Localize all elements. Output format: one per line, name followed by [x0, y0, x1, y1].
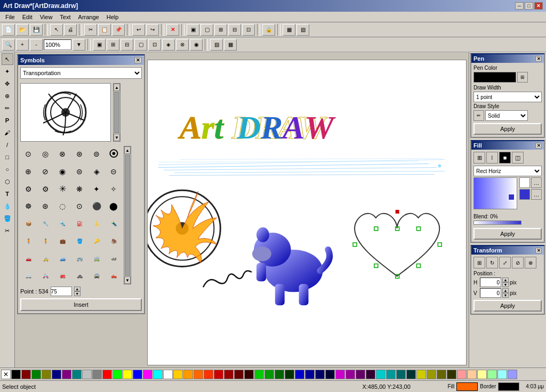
extra2[interactable]: ▧ — [296, 24, 309, 36]
fill-more-btn2[interactable]: … — [531, 189, 542, 200]
menu-item-view[interactable]: View — [37, 13, 56, 21]
color-cell-22[interactable] — [234, 370, 244, 379]
grid-scrollbar[interactable]: ▲ ▼ — [124, 146, 131, 284]
sym-item[interactable]: ⊘ — [37, 164, 53, 179]
h-down[interactable]: ▼ — [502, 282, 509, 287]
tb2-btn5[interactable]: ⊡ — [148, 39, 161, 51]
sym-item[interactable]: ◌ — [54, 198, 70, 214]
rotate-button[interactable]: ⊡ — [242, 24, 255, 36]
maximize-button[interactable]: □ — [525, 2, 533, 10]
color-cell-7[interactable] — [82, 370, 92, 379]
menu-item-arrange[interactable]: Arrange — [75, 13, 102, 21]
brush-tool[interactable]: 🖌 — [2, 127, 13, 138]
menu-item-edit[interactable]: Edit — [19, 13, 36, 21]
sym-item[interactable]: 📦 — [20, 216, 36, 232]
color-cell-28[interactable] — [295, 370, 304, 379]
color-cell-9[interactable] — [102, 370, 112, 379]
symbols-header[interactable]: Symbols ✕ — [18, 55, 144, 65]
scroll-down2[interactable]: ▼ — [124, 276, 131, 284]
color-cell-41[interactable] — [427, 370, 436, 379]
color-cell-4[interactable] — [52, 370, 61, 379]
select-tool[interactable]: ↖ — [50, 24, 63, 36]
sym-item[interactable]: 🪝 — [89, 216, 105, 232]
menu-item-help[interactable]: Help — [103, 13, 122, 21]
transform-rotate[interactable]: ↻ — [486, 257, 498, 268]
sym-item[interactable]: 🚑 — [37, 268, 53, 284]
color-cell-1[interactable] — [21, 370, 31, 379]
paste-button[interactable]: 📌 — [112, 24, 125, 36]
scissors-tool[interactable]: ✂ — [2, 225, 13, 236]
fill-type-select[interactable]: Rect Horiz — [473, 166, 542, 176]
scroll-down[interactable]: ▼ — [114, 134, 120, 141]
sym-item[interactable]: ⊝ — [106, 164, 122, 179]
scroll-thumb2[interactable] — [125, 154, 130, 276]
color-cell-44[interactable] — [457, 370, 467, 379]
cut-button[interactable]: ✂ — [84, 24, 97, 36]
color-cell-35[interactable] — [366, 370, 375, 379]
transform-skew[interactable]: ⊘ — [512, 257, 524, 268]
tb2-btn2[interactable]: ⊞ — [107, 39, 119, 51]
sym-item[interactable]: ⊙ — [20, 146, 36, 162]
color-cell-39[interactable] — [406, 370, 416, 379]
tb2-btn8[interactable]: ◉ — [190, 39, 203, 51]
copy-button[interactable]: 📋 — [98, 24, 111, 36]
color-none[interactable]: ✕ — [1, 370, 11, 379]
v-up[interactable]: ▲ — [502, 288, 509, 293]
color-cell-46[interactable] — [477, 370, 487, 379]
sym-item[interactable]: 🔧 — [37, 216, 53, 232]
pen-color-swatch[interactable] — [473, 72, 516, 83]
pan-tool[interactable]: ✥ — [2, 78, 13, 89]
sym-item[interactable]: 🚌 — [71, 251, 87, 267]
node-tool[interactable]: ✦ — [2, 66, 13, 77]
fill-apply-button[interactable]: Apply — [473, 228, 542, 240]
sym-item[interactable]: 🧍 — [20, 233, 36, 249]
ellipse-tool[interactable]: ○ — [2, 164, 13, 175]
color-cell-29[interactable] — [305, 370, 315, 379]
sym-item[interactable]: 🚗 — [20, 251, 36, 267]
color-cell-10[interactable] — [113, 370, 122, 379]
sym-item[interactable]: ⊙ — [71, 198, 87, 214]
pen-color-grid-btn[interactable]: ⊞ — [517, 72, 528, 83]
tb2-btn4[interactable]: ▢ — [134, 39, 147, 51]
sym-item[interactable]: ⊚ — [89, 146, 105, 162]
align-button[interactable]: ⊞ — [214, 24, 227, 36]
group-button[interactable]: ▣ — [187, 24, 199, 36]
symbols-close-button[interactable]: ✕ — [134, 57, 142, 63]
fill-gradient-dot[interactable] — [508, 194, 515, 200]
sym-item[interactable]: 🚔 — [89, 268, 105, 284]
v-value-input[interactable]: 0 — [480, 288, 501, 298]
color-cell-18[interactable] — [194, 370, 203, 379]
sym-item[interactable]: 🏎 — [106, 251, 122, 267]
color-cell-16[interactable] — [173, 370, 183, 379]
color-cell-6[interactable] — [72, 370, 82, 379]
sym-item[interactable]: ✦ — [89, 181, 105, 197]
sym-item[interactable]: ⬤ — [106, 198, 122, 214]
color-cell-12[interactable] — [133, 370, 142, 379]
color-cell-13[interactable] — [143, 370, 152, 379]
sym-item[interactable]: ⛽ — [71, 216, 87, 232]
sym-item[interactable]: ◈ — [89, 164, 105, 179]
draw-style-select[interactable]: Solid — [485, 110, 528, 121]
zoom-input[interactable]: 100% — [44, 39, 71, 50]
delete-button[interactable]: ✕ — [166, 24, 179, 36]
sym-item[interactable]: ◉ — [54, 164, 70, 179]
menu-item-file[interactable]: File — [2, 13, 18, 21]
sym-item[interactable]: ⊛ — [71, 146, 87, 162]
sym-item[interactable]: ⚙ — [20, 181, 36, 197]
sym-item[interactable]: 🔦 — [106, 216, 122, 232]
color-cell-48[interactable] — [497, 370, 507, 379]
color-cell-24[interactable] — [254, 370, 264, 379]
flip-button[interactable]: ⊟ — [228, 24, 241, 36]
tb2-btn7[interactable]: ⊗ — [176, 39, 189, 51]
zoom-in-btn[interactable]: + — [16, 39, 29, 51]
fill-tool[interactable]: 🪣 — [2, 213, 13, 224]
color-cell-5[interactable] — [62, 370, 71, 379]
new-button[interactable]: 📄 — [2, 24, 15, 36]
fill-mode-pattern[interactable]: ◫ — [512, 152, 524, 164]
transform-apply-button[interactable]: Apply — [473, 300, 542, 312]
sym-item[interactable]: ⊕ — [20, 164, 36, 179]
zoom-out-btn[interactable]: - — [30, 39, 43, 51]
preview-scrollbar[interactable]: ▲ ▼ — [113, 83, 121, 142]
minimize-button[interactable]: ─ — [515, 2, 524, 10]
color-cell-11[interactable] — [123, 370, 132, 379]
